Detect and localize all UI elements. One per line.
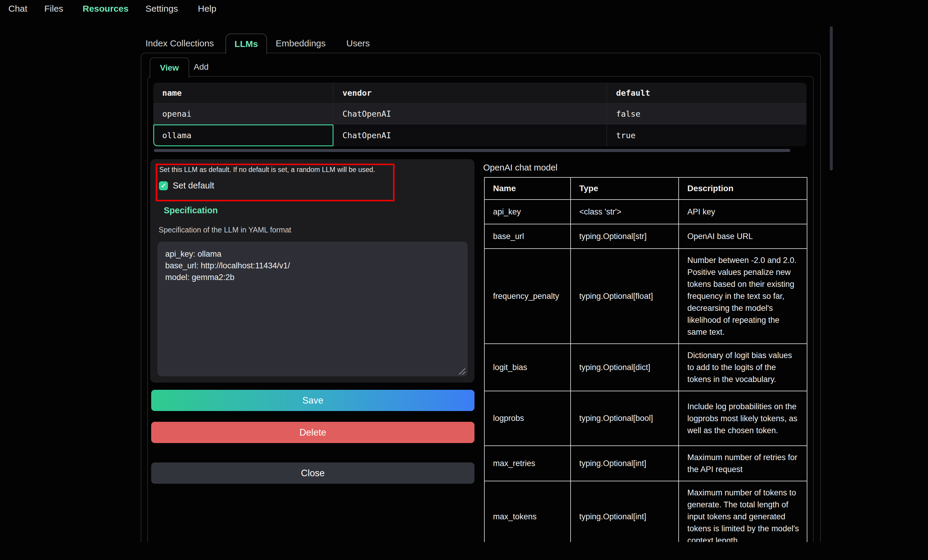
param-description: OpenAI base URL bbox=[679, 224, 807, 249]
param-type: typing.Optional[int] bbox=[571, 446, 679, 481]
param-type: typing.Optional[str] bbox=[571, 224, 679, 249]
cell-ollama-default[interactable]: true bbox=[607, 125, 806, 146]
param-type: typing.Optional[dict] bbox=[571, 344, 679, 391]
llm-detail-panel: Set this LLM as default. If no default i… bbox=[150, 159, 475, 383]
nav-item-chat[interactable]: Chat bbox=[8, 4, 27, 14]
params-header-row: Name Type Description bbox=[484, 177, 807, 199]
yaml-spec-textarea[interactable]: api_key: ollama base_url: http://localho… bbox=[157, 242, 468, 376]
subtab-view-label: View bbox=[160, 63, 179, 73]
params-col-type: Type bbox=[571, 177, 679, 199]
annotation-highlight bbox=[156, 164, 395, 201]
nav-item-settings[interactable]: Settings bbox=[145, 4, 178, 14]
nav-item-files[interactable]: Files bbox=[44, 4, 63, 14]
param-type: <class 'str'> bbox=[571, 199, 679, 224]
model-doc-title: OpenAI chat model bbox=[483, 163, 557, 173]
col-header-default: default bbox=[607, 82, 806, 103]
table-horizontal-scrollbar[interactable] bbox=[154, 149, 790, 152]
page-vertical-scrollbar[interactable] bbox=[830, 26, 833, 170]
delete-button[interactable]: Delete bbox=[151, 422, 475, 443]
tab-llms[interactable]: LLMs bbox=[226, 33, 267, 54]
param-name: logit_bias bbox=[484, 344, 571, 391]
param-name: frequency_penalty bbox=[484, 249, 571, 344]
tab-index-collections[interactable]: Index Collections bbox=[145, 38, 214, 49]
col-header-vendor: vendor bbox=[333, 82, 607, 103]
subtab-view[interactable]: View bbox=[150, 58, 189, 78]
param-type: typing.Optional[bool] bbox=[571, 391, 679, 446]
param-row-logit-bias: logit_bias typing.Optional[dict] Diction… bbox=[484, 344, 807, 391]
cell-openai-vendor[interactable]: ChatOpenAI bbox=[333, 104, 607, 124]
param-row-max-retries: max_retries typing.Optional[int] Maximum… bbox=[484, 446, 807, 481]
param-row-frequency-penalty: frequency_penalty typing.Optional[float]… bbox=[484, 249, 807, 344]
table-row-ollama[interactable]: ollama ChatOpenAI true bbox=[153, 125, 806, 146]
param-description: Number between -2.0 and 2.0. Positive va… bbox=[679, 249, 807, 344]
col-header-name: name bbox=[153, 82, 333, 103]
param-description: Dictionary of logit bias values to add t… bbox=[679, 344, 807, 391]
nav-item-help[interactable]: Help bbox=[198, 4, 217, 14]
save-button[interactable]: Save bbox=[151, 390, 475, 411]
cell-openai-default[interactable]: false bbox=[607, 104, 806, 124]
param-description: API key bbox=[679, 199, 807, 224]
param-description: Maximum number of retries for the API re… bbox=[679, 446, 807, 481]
cell-openai-name[interactable]: openai bbox=[153, 104, 333, 124]
tab-users[interactable]: Users bbox=[346, 38, 370, 49]
param-row-logprobs: logprobs typing.Optional[bool] Include l… bbox=[484, 391, 807, 446]
param-name: api_key bbox=[484, 199, 571, 224]
param-row-max-tokens: max_tokens typing.Optional[int] Maximum … bbox=[484, 481, 807, 542]
model-params-table: Name Type Description api_key <class 'st… bbox=[484, 177, 807, 542]
tab-embeddings[interactable]: Embeddings bbox=[276, 38, 326, 49]
param-name: max_retries bbox=[484, 446, 571, 481]
cell-ollama-vendor[interactable]: ChatOpenAI bbox=[333, 125, 607, 146]
param-name: logprobs bbox=[484, 391, 571, 446]
param-row-base-url: base_url typing.Optional[str] OpenAI bas… bbox=[484, 224, 807, 249]
specification-caption: Specification of the LLM in YAML format bbox=[159, 225, 291, 234]
table-row-openai[interactable]: openai ChatOpenAI false bbox=[153, 104, 806, 125]
params-col-name: Name bbox=[484, 177, 571, 199]
close-button[interactable]: Close bbox=[151, 463, 475, 484]
nav-item-resources[interactable]: Resources bbox=[82, 4, 128, 14]
param-description: Include log probabilities on the logprob… bbox=[679, 391, 807, 446]
param-type: typing.Optional[float] bbox=[571, 249, 679, 344]
tab-llms-label: LLMs bbox=[234, 39, 258, 49]
llms-panel: View Add name vendor default openai Chat… bbox=[141, 53, 821, 542]
cell-ollama-name[interactable]: ollama bbox=[153, 125, 333, 146]
param-name: base_url bbox=[484, 224, 571, 249]
param-description: Maximum number of tokens to generate. Th… bbox=[679, 481, 807, 542]
llm-table-header: name vendor default bbox=[153, 82, 806, 104]
llm-list-table: name vendor default openai ChatOpenAI fa… bbox=[153, 82, 806, 146]
param-name: max_tokens bbox=[484, 481, 571, 542]
specification-heading: Specification bbox=[164, 205, 218, 215]
param-type: typing.Optional[int] bbox=[571, 481, 679, 542]
params-col-description: Description bbox=[679, 177, 807, 199]
subtab-add[interactable]: Add bbox=[189, 58, 213, 76]
top-nav: Chat Files Resources Settings Help bbox=[0, 0, 928, 18]
param-row-api-key: api_key <class 'str'> API key bbox=[484, 199, 807, 224]
